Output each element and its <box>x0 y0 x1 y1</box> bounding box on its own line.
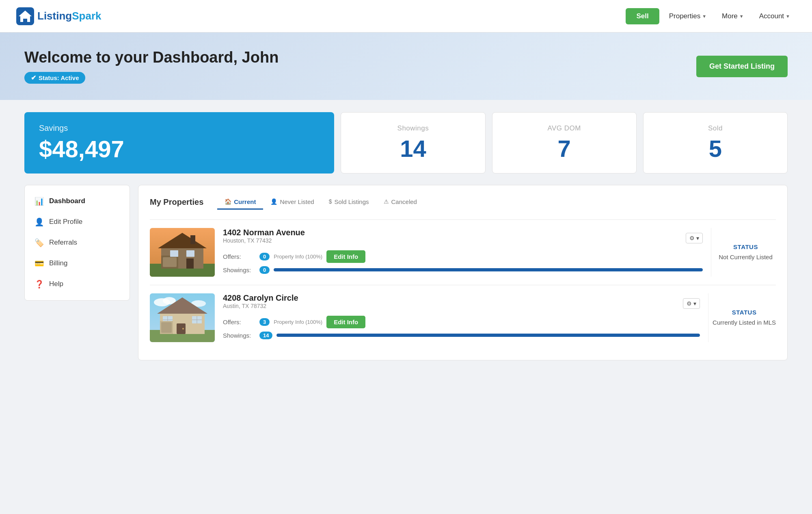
property-2-showings-badge: 14 <box>259 332 272 339</box>
sidebar-item-dashboard[interactable]: 📊 Dashboard <box>25 191 130 212</box>
property-2-edit-info-button[interactable]: Edit Info <box>326 316 365 328</box>
property-1-status-desc: Not Currently Listed <box>715 253 776 261</box>
sidebar-dashboard-label: Dashboard <box>49 197 85 205</box>
svg-rect-29 <box>161 322 172 333</box>
showings-card: Showings 14 <box>341 112 485 174</box>
edit-profile-icon: 👤 <box>35 217 44 227</box>
property-1-info: 1402 Norman Avenue Houston, TX 77432 ⚙ ▾… <box>223 228 703 277</box>
sidebar: 📊 Dashboard 👤 Edit Profile 🏷️ Referrals … <box>24 185 130 301</box>
status-label: Status: Active <box>39 74 79 81</box>
nav-properties-label: Properties <box>669 12 700 20</box>
tab-sold-icon: $ <box>329 198 332 205</box>
tab-never-listed[interactable]: 👤 Never Listed <box>263 195 321 210</box>
hero-left: Welcome to your Dashboard, John ✔ Status… <box>24 49 279 84</box>
property-2-offers-badge: 3 <box>259 318 270 326</box>
hero-title: Welcome to your Dashboard, John <box>24 49 279 66</box>
logo-spark: Spark <box>72 10 101 22</box>
property-2-progress-label: Property Info (100%) <box>274 319 322 325</box>
logo-listing: Listing <box>37 10 72 22</box>
tab-current-label: Current <box>234 198 256 205</box>
property-image-2 <box>150 293 215 342</box>
nav-more-caret: ▼ <box>739 14 744 19</box>
property-1-offers-badge: 0 <box>259 253 270 260</box>
property-2-status-title: STATUS <box>713 309 776 316</box>
tab-sold-listings[interactable]: $ Sold Listings <box>322 195 376 210</box>
property-2-offers-row: Offers: 3 Property Info (100%) Edit Info <box>223 316 700 328</box>
property-1-gear-button[interactable]: ⚙ ▾ <box>686 233 703 243</box>
property-1-name: 1402 Norman Avenue <box>223 228 305 237</box>
properties-header: My Properties 🏠 Current 👤 Never Listed $… <box>150 195 776 210</box>
property-image-1 <box>150 228 215 277</box>
properties-panel: My Properties 🏠 Current 👤 Never Listed $… <box>138 185 788 360</box>
nav-account-label: Account <box>759 12 784 20</box>
referrals-icon: 🏷️ <box>35 238 44 247</box>
property-2-progressbar-row <box>276 334 700 337</box>
property-2-offers-label: Offers: <box>223 319 255 325</box>
nav-properties[interactable]: Properties ▼ <box>663 10 712 23</box>
property-2-info: 4208 Carolyn Circle Austin, TX 78732 ⚙ ▾… <box>223 293 700 342</box>
navbar: ListingSpark Sell Properties ▼ More ▼ Ac… <box>0 0 812 33</box>
tab-never-listed-icon: 👤 <box>270 198 277 205</box>
property-1-status-title: STATUS <box>715 243 776 250</box>
avg-dom-value: 7 <box>558 136 571 162</box>
status-badge: ✔ Status: Active <box>24 72 85 84</box>
property-1-showings-row: Showings: 0 <box>223 266 703 274</box>
nav-more-label: More <box>722 12 738 20</box>
property-1-address: Houston, TX 77432 <box>223 237 305 244</box>
tabs: 🏠 Current 👤 Never Listed $ Sold Listings… <box>217 195 424 210</box>
svg-rect-10 <box>170 250 178 257</box>
tab-canceled-icon: ⚠ <box>384 198 389 205</box>
get-started-listing-button[interactable]: Get Started Listing <box>696 56 788 77</box>
tab-sold-label: Sold Listings <box>334 198 369 205</box>
property-item-1: 1402 Norman Avenue Houston, TX 77432 ⚙ ▾… <box>150 219 776 285</box>
sidebar-help-label: Help <box>49 280 63 288</box>
tab-current[interactable]: 🏠 Current <box>217 195 263 210</box>
property-1-progress-label: Property Info (100%) <box>274 254 322 260</box>
main-content: Savings $48,497 Showings 14 AVG DOM 7 So… <box>0 100 812 373</box>
nav-account[interactable]: Account ▼ <box>754 10 796 23</box>
property-1-offers-row: Offers: 0 Property Info (100%) Edit Info <box>223 250 703 263</box>
avg-dom-label: AVG DOM <box>547 124 581 132</box>
property-1-edit-info-button[interactable]: Edit Info <box>326 250 365 263</box>
sidebar-item-billing[interactable]: 💳 Billing <box>25 253 130 274</box>
property-item-2: 4208 Carolyn Circle Austin, TX 78732 ⚙ ▾… <box>150 285 776 350</box>
logo-text: ListingSpark <box>37 10 101 22</box>
svg-rect-9 <box>186 258 194 269</box>
savings-value: $48,497 <box>39 136 320 162</box>
property-1-status: STATUS Not Currently Listed <box>711 228 776 277</box>
tab-never-listed-label: Never Listed <box>280 198 314 205</box>
savings-card: Savings $48,497 <box>24 112 334 174</box>
property-2-showings-label: Showings: <box>223 332 255 339</box>
property-2-stats: Offers: 3 Property Info (100%) Edit Info… <box>223 316 700 339</box>
property-1-progress-row: Property Info (100%) Edit Info <box>274 250 703 263</box>
help-icon: ❓ <box>35 280 44 289</box>
property-1-stats: Offers: 0 Property Info (100%) Edit Info… <box>223 250 703 274</box>
tab-canceled[interactable]: ⚠ Canceled <box>376 195 424 210</box>
property-2-gear-button[interactable]: ⚙ ▾ <box>683 298 700 309</box>
property-2-status: STATUS Currently Listed in MLS <box>708 293 776 342</box>
sidebar-item-help[interactable]: ❓ Help <box>25 274 130 295</box>
property-2-address: Austin, TX 78732 <box>223 303 298 309</box>
property-2-showings-row: Showings: 14 <box>223 332 700 339</box>
avg-dom-card: AVG DOM 7 <box>492 112 637 174</box>
property-1-progress-bar-fill <box>274 268 703 271</box>
sidebar-item-referrals[interactable]: 🏷️ Referrals <box>25 232 130 253</box>
stats-row: Savings $48,497 Showings 14 AVG DOM 7 So… <box>24 112 788 174</box>
svg-rect-2 <box>23 19 27 22</box>
property-1-showings-label: Showings: <box>223 267 255 273</box>
status-check-icon: ✔ <box>31 74 36 82</box>
lower-row: 📊 Dashboard 👤 Edit Profile 🏷️ Referrals … <box>24 185 788 360</box>
sidebar-item-edit-profile[interactable]: 👤 Edit Profile <box>25 212 130 232</box>
svg-rect-12 <box>190 235 195 244</box>
nav-more[interactable]: More ▼ <box>716 10 749 23</box>
logo-icon <box>16 7 34 25</box>
property-2-progress-bar-fill <box>276 334 700 337</box>
tab-canceled-label: Canceled <box>391 198 417 205</box>
dashboard-icon: 📊 <box>35 197 44 206</box>
tab-current-icon: 🏠 <box>225 198 231 205</box>
sell-button[interactable]: Sell <box>626 8 659 24</box>
billing-icon: 💳 <box>35 259 44 268</box>
navbar-right: Sell Properties ▼ More ▼ Account ▼ <box>626 8 796 24</box>
logo[interactable]: ListingSpark <box>16 7 101 25</box>
property-1-showings-badge: 0 <box>259 266 270 274</box>
